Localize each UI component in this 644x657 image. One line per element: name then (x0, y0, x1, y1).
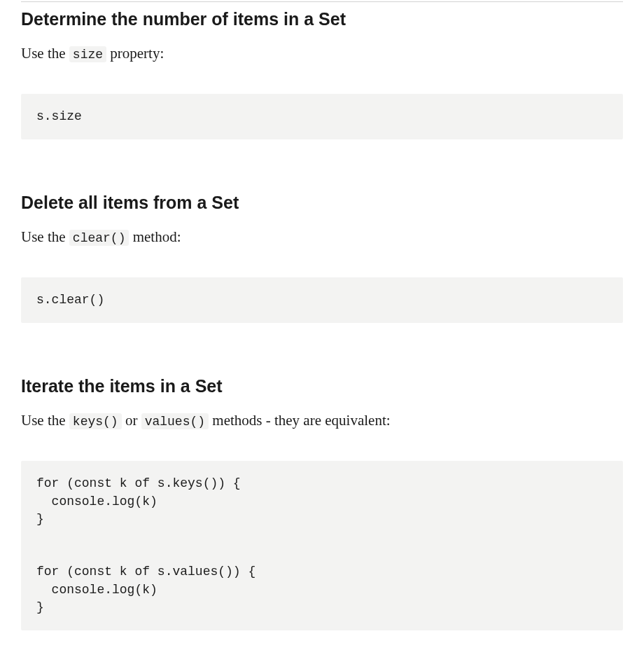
intro-text: method: (129, 228, 181, 245)
intro-text: property: (106, 45, 164, 62)
section-intro-size: Use the size property: (21, 43, 623, 65)
section-intro-iterate: Use the keys() or values() methods - the… (21, 410, 623, 432)
intro-text: or (122, 412, 141, 429)
intro-text: Use the (21, 412, 69, 429)
document-page: Determine the number of items in a Set U… (0, 1, 644, 651)
inline-code-values: values() (141, 413, 209, 429)
section-heading-size: Determine the number of items in a Set (21, 4, 623, 33)
inline-code-clear: clear() (69, 230, 130, 246)
inline-code-size: size (69, 46, 106, 62)
code-block-size: s.size (21, 94, 623, 139)
intro-text: Use the (21, 45, 69, 62)
code-block-clear: s.clear() (21, 277, 623, 323)
code-block-iterate: for (const k of s.keys()) { console.log(… (21, 461, 623, 630)
intro-text: Use the (21, 228, 69, 245)
inline-code-keys: keys() (69, 413, 122, 429)
section-heading-clear: Delete all items from a Set (21, 190, 623, 216)
top-border (21, 1, 623, 2)
section-intro-clear: Use the clear() method: (21, 226, 623, 249)
section-heading-iterate: Iterate the items in a Set (21, 373, 623, 400)
intro-text: methods - they are equivalent: (209, 412, 391, 429)
